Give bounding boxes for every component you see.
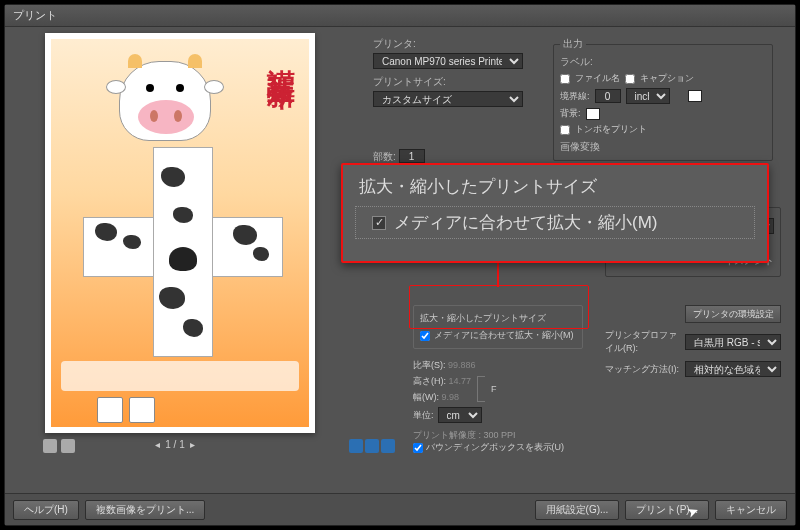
dialog-footer: ヘルプ(H) 複数画像をプリント... 用紙設定(G)... プリント(P)..… xyxy=(5,493,795,525)
output-legend: 出力 xyxy=(560,37,586,51)
preview-cow-head xyxy=(119,61,211,141)
copies-input[interactable] xyxy=(399,149,425,163)
print-preview: 謹賀新年 xyxy=(45,33,315,433)
width-value: 9.98 xyxy=(442,392,460,402)
filename-checkbox[interactable] xyxy=(560,74,570,84)
color-management: プリンタの環境設定 プリンタプロファイル(R): 白黒用 RGB - sRGB … xyxy=(605,297,781,377)
scale-group: 拡大・縮小したプリントサイズ メディアに合わせて拡大・縮小(M) xyxy=(413,305,583,349)
multi-print-button[interactable]: 複数画像をプリント... xyxy=(85,500,205,520)
help-button[interactable]: ヘルプ(H) xyxy=(13,500,79,520)
output-label-label: ラベル: xyxy=(560,55,766,69)
align-icon[interactable] xyxy=(349,439,363,453)
copies-label: 部数: xyxy=(373,151,396,162)
printer-env-button[interactable]: プリンタの環境設定 xyxy=(685,305,781,323)
width-label: 幅(W): xyxy=(413,392,439,402)
callout-option-label: メディアに合わせて拡大・縮小(M) xyxy=(394,211,657,234)
preview-tools xyxy=(43,439,75,453)
background-label: 背景: xyxy=(560,107,581,120)
profile-label: プリンタプロファイル(R): xyxy=(605,329,685,355)
callout-title: 拡大・縮小したプリントサイズ xyxy=(343,165,767,202)
cropmarks-label: トンボをプリント xyxy=(575,123,647,136)
matching-label: マッチング方法(I): xyxy=(605,363,679,376)
copies-row: 部数: xyxy=(373,149,425,164)
print-size-select[interactable]: カスタムサイズ xyxy=(373,91,523,107)
prev-page-icon[interactable]: ◂ xyxy=(155,439,160,450)
height-value: 14.77 xyxy=(449,376,472,386)
fit-media-label: メディアに合わせて拡大・縮小(M) xyxy=(434,329,574,342)
preview-thumb xyxy=(97,397,123,423)
height-label: 高さ(H): xyxy=(413,376,446,386)
measurements: 比率(S): 99.886 高さ(H): 14.77 幅(W): 9.98 F … xyxy=(413,357,516,443)
caption-checkbox[interactable] xyxy=(625,74,635,84)
output-group: 出力 ラベル: ファイル名 キャプション 境界線: inch 背景: xyxy=(553,37,773,161)
profile-select[interactable]: 白黒用 RGB - sRGB IEC61 xyxy=(685,334,781,350)
callout-zoom: 拡大・縮小したプリントサイズ ✓ メディアに合わせて拡大・縮小(M) xyxy=(341,163,769,263)
ratio-value: 99.886 xyxy=(448,360,476,370)
bbox-checkbox[interactable] xyxy=(413,443,423,453)
page-indicator: 1 / 1 xyxy=(165,439,184,450)
border-unit-select[interactable]: inch xyxy=(626,88,670,104)
preview-canvas: 謹賀新年 xyxy=(51,39,309,427)
bbox-row: バウンディングボックスを表示(U) xyxy=(413,441,564,454)
matching-select[interactable]: 相対的な色域を維持 xyxy=(685,361,781,377)
callout-leader-line xyxy=(497,263,499,287)
border-input[interactable] xyxy=(595,89,621,103)
image-convert-label: 画像変換 xyxy=(560,140,766,154)
unit-label: 単位: xyxy=(413,407,434,423)
window-title: プリント xyxy=(13,9,57,21)
printer-label: プリンタ: xyxy=(373,37,533,51)
cancel-button[interactable]: キャンセル xyxy=(715,500,787,520)
portrait-icon[interactable] xyxy=(43,439,57,453)
titlebar[interactable]: プリント xyxy=(5,5,795,27)
cropmarks-checkbox[interactable] xyxy=(560,125,570,135)
print-size-label: プリントサイズ: xyxy=(373,75,533,89)
next-page-icon[interactable]: ▸ xyxy=(190,439,195,450)
filename-label: ファイル名 xyxy=(575,72,620,85)
caption-label: キャプション xyxy=(640,72,694,85)
printer-select[interactable]: Canon MP970 series Printer ( xyxy=(373,53,523,69)
unit-select[interactable]: cm xyxy=(438,407,482,423)
callout-checkbox[interactable]: ✓ xyxy=(372,216,386,230)
page-setup-button[interactable]: 用紙設定(G)... xyxy=(535,500,620,520)
border-label: 境界線: xyxy=(560,90,590,103)
print-dialog: プリント 謹賀新年 xyxy=(4,4,796,526)
preview-thumb xyxy=(129,397,155,423)
preview-banner-text: 謹賀新年 xyxy=(261,47,299,63)
background-swatch[interactable] xyxy=(586,108,600,120)
fit-media-checkbox[interactable] xyxy=(420,331,430,341)
border-color-swatch[interactable] xyxy=(688,90,702,102)
landscape-icon[interactable] xyxy=(61,439,75,453)
scale-title: 拡大・縮小したプリントサイズ xyxy=(420,312,576,325)
bbox-label: バウンディングボックスを表示(U) xyxy=(426,442,565,452)
preview-papercraft xyxy=(83,147,283,357)
callout-option-row: ✓ メディアに合わせて拡大・縮小(M) xyxy=(355,206,755,239)
print-button[interactable]: プリント(P)... xyxy=(625,500,709,520)
printer-block: プリンタ: Canon MP970 series Printer ( プリントサ… xyxy=(373,37,533,107)
pager: ◂ 1 / 1 ▸ xyxy=(115,439,235,450)
link-badge: F xyxy=(491,381,497,397)
preview-caption-box xyxy=(61,361,299,391)
ratio-label: 比率(S): xyxy=(413,360,446,370)
